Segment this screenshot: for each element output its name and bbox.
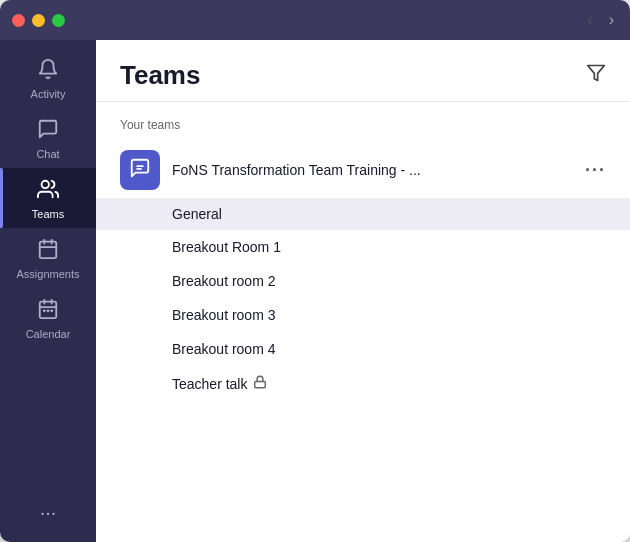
channel-name-breakout3: Breakout room 3 [172, 307, 276, 323]
sidebar: Activity Chat [0, 40, 96, 542]
section-label: Your teams [96, 118, 630, 142]
svg-marker-12 [588, 66, 605, 81]
channel-row-breakout1[interactable]: Breakout Room 1 [96, 230, 630, 264]
channel-row-general[interactable]: General [96, 198, 630, 230]
team-name: FoNS Transformation Team Training - ... [172, 162, 585, 178]
calendar-label: Calendar [26, 328, 71, 340]
content-header: Teams [96, 40, 630, 102]
channel-name-breakout2: Breakout room 2 [172, 273, 276, 289]
channel-row-breakout3[interactable]: Breakout room 3 [96, 298, 630, 332]
team-more-button[interactable]: ··· [585, 160, 606, 181]
sidebar-item-teams[interactable]: Teams [0, 168, 96, 228]
sidebar-item-activity[interactable]: Activity [0, 48, 96, 108]
app-window: ‹ › Activity [0, 0, 630, 542]
title-bar: ‹ › [0, 0, 630, 40]
channel-row-breakout4[interactable]: Breakout room 4 [96, 332, 630, 366]
channel-name-breakout1: Breakout Room 1 [172, 239, 281, 255]
filter-icon[interactable] [586, 63, 606, 88]
channel-name-teachertalk: Teacher talk [172, 376, 247, 392]
team-icon-wrapper [120, 150, 160, 190]
teams-list: Your teams FoNS Transformation Team Trai… [96, 102, 630, 542]
svg-rect-1 [40, 242, 57, 258]
teams-label: Teams [32, 208, 64, 220]
maximize-button[interactable] [52, 14, 65, 27]
nav-forward-button[interactable]: › [605, 9, 618, 31]
nav-arrows: ‹ › [583, 9, 618, 31]
channel-name-breakout4: Breakout room 4 [172, 341, 276, 357]
channel-row-teachertalk[interactable]: Teacher talk [96, 366, 630, 401]
chat-label: Chat [36, 148, 59, 160]
lock-icon [253, 375, 267, 392]
content-area: Teams Your teams [96, 40, 630, 542]
chat-icon [37, 118, 59, 144]
teams-icon [37, 178, 59, 204]
minimize-button[interactable] [32, 14, 45, 27]
sidebar-more-button[interactable]: ... [0, 487, 96, 530]
sidebar-item-assignments[interactable]: Assignments [0, 228, 96, 288]
calendar-icon [37, 298, 59, 324]
activity-label: Activity [31, 88, 66, 100]
nav-back-button[interactable]: ‹ [583, 9, 596, 31]
svg-point-0 [42, 181, 49, 188]
assignments-label: Assignments [17, 268, 80, 280]
traffic-lights [12, 14, 65, 27]
sidebar-item-chat[interactable]: Chat [0, 108, 96, 168]
close-button[interactable] [12, 14, 25, 27]
channel-name-general: General [172, 206, 222, 222]
page-title: Teams [120, 60, 200, 91]
svg-rect-15 [255, 381, 266, 387]
team-row[interactable]: FoNS Transformation Team Training - ... … [96, 142, 630, 198]
activity-icon [37, 58, 59, 84]
assignments-icon [37, 238, 59, 264]
sidebar-item-calendar[interactable]: Calendar [0, 288, 96, 348]
channel-row-breakout2[interactable]: Breakout room 2 [96, 264, 630, 298]
team-icon [129, 157, 151, 184]
main-area: Activity Chat [0, 40, 630, 542]
